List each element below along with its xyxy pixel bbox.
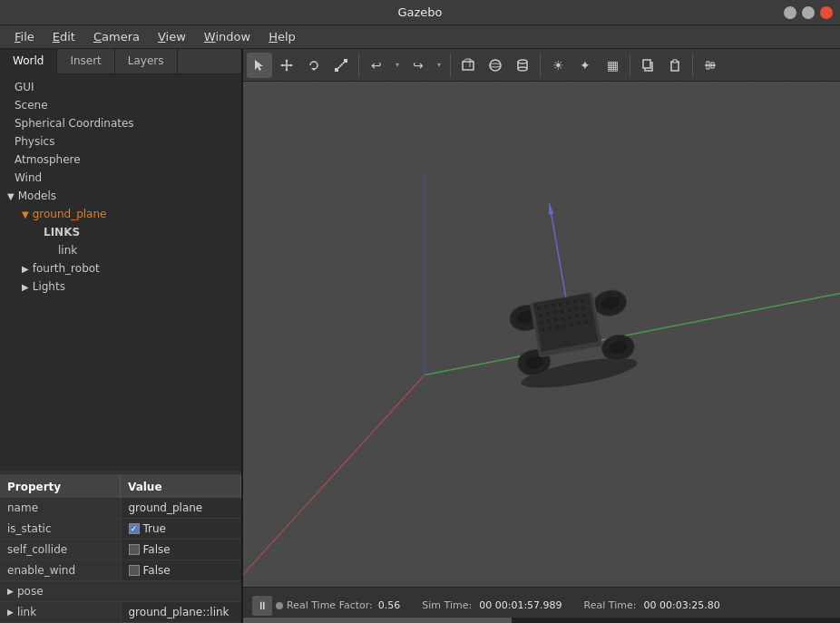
is-static-label: True — [143, 522, 167, 535]
tree-group-ground-plane[interactable]: ▼ ground_plane — [0, 205, 241, 223]
sim-time-label: Sim Time: — [422, 599, 472, 611]
svg-rect-10 — [463, 62, 474, 70]
properties-panel: Property Value name ground_plane is_stat… — [0, 474, 241, 623]
models-arrow-icon: ▼ — [7, 191, 15, 201]
prop-val-self-collide: False — [122, 540, 242, 560]
svg-rect-49 — [580, 298, 584, 303]
value-col-header: Value — [121, 476, 241, 498]
tree-item-scene[interactable]: Scene — [0, 96, 241, 114]
box-button[interactable] — [455, 53, 481, 78]
menu-help[interactable]: Help — [261, 28, 303, 45]
select-tool-button[interactable] — [247, 53, 272, 78]
toolbar-sep-3 — [540, 54, 541, 76]
link-expand-icon: ▶ — [7, 608, 14, 617]
align-button[interactable] — [698, 53, 723, 78]
redo-dropdown-button[interactable]: ▾ — [433, 53, 445, 78]
tab-world[interactable]: World — [0, 49, 57, 74]
prop-val-enable-wind: False — [122, 560, 242, 580]
realtime-factor-value: 0.56 — [378, 599, 401, 611]
point-light-button[interactable]: ✦ — [572, 53, 598, 78]
tree-item-wind[interactable]: Wind — [0, 169, 241, 187]
undo-dropdown-button[interactable]: ▾ — [391, 53, 404, 78]
svg-rect-24 — [673, 60, 677, 63]
svg-rect-44 — [544, 305, 549, 309]
prop-key-self-collide: self_collide — [0, 540, 122, 560]
svg-rect-62 — [575, 314, 580, 318]
toolbar-sep-2 — [450, 54, 451, 76]
svg-marker-3 — [286, 69, 288, 72]
tab-insert[interactable]: Insert — [57, 49, 114, 73]
tree-link-item[interactable]: link — [0, 241, 241, 259]
property-col-header: Property — [0, 476, 121, 498]
enable-wind-checkbox[interactable] — [129, 565, 140, 576]
link-key-label: link — [17, 606, 36, 618]
menu-view[interactable]: View — [151, 28, 193, 45]
svg-rect-69 — [577, 321, 581, 326]
is-static-checkbox[interactable]: ✓ — [129, 523, 140, 534]
self-collide-checkbox[interactable] — [129, 544, 140, 555]
undo-button[interactable]: ↩ — [364, 53, 389, 78]
svg-marker-2 — [286, 59, 288, 62]
close-button[interactable] — [820, 6, 833, 19]
titlebar-controls — [784, 6, 833, 19]
svg-point-16 — [490, 63, 501, 67]
status-indicator — [276, 602, 283, 609]
redo-button[interactable]: ↪ — [405, 53, 431, 78]
3d-scene[interactable] — [243, 82, 840, 587]
pause-button[interactable]: ⏸ — [252, 596, 272, 616]
lights-arrow-icon: ▶ — [22, 282, 29, 292]
tree-group-models[interactable]: ▼ Models — [0, 187, 241, 205]
tree-group-lights[interactable]: ▶ Lights — [0, 277, 241, 296]
rotate-tool-button[interactable] — [301, 53, 327, 78]
svg-rect-8 — [335, 68, 338, 72]
svg-rect-54 — [567, 308, 571, 313]
tree-item-gui[interactable]: GUI — [0, 78, 241, 96]
svg-rect-57 — [540, 320, 544, 325]
viewport: ↩ ▾ ↪ ▾ — [243, 49, 840, 623]
svg-rect-65 — [548, 326, 552, 331]
svg-rect-43 — [537, 307, 542, 311]
fourth-robot-arrow-icon: ▶ — [22, 264, 29, 274]
main-layout: World Insert Layers GUI Scene Spherical … — [0, 49, 840, 623]
progress-bar-track — [243, 618, 840, 623]
toolbar-sep-5 — [692, 54, 693, 76]
prop-val-name: ground_plane — [122, 498, 242, 518]
cylinder-button[interactable] — [510, 53, 535, 78]
maximize-button[interactable] — [802, 6, 815, 19]
copy-button[interactable] — [635, 53, 660, 78]
prop-row-pose[interactable]: ▶ pose — [0, 581, 241, 602]
prop-row-name: name ground_plane — [0, 498, 241, 519]
menu-window[interactable]: Window — [197, 28, 258, 45]
svg-rect-58 — [547, 319, 552, 324]
spot-light-button[interactable]: ▦ — [600, 53, 625, 78]
svg-rect-22 — [643, 60, 650, 68]
paste-button[interactable] — [662, 53, 688, 78]
svg-point-20 — [518, 67, 527, 71]
svg-rect-47 — [566, 301, 571, 306]
minimize-button[interactable] — [784, 6, 796, 19]
tree-models-label: Models — [18, 190, 56, 202]
svg-rect-67 — [562, 324, 567, 328]
svg-point-15 — [490, 60, 501, 71]
tree-item-atmosphere[interactable]: Atmosphere — [0, 151, 241, 169]
sim-time-value: 00 00:01:57.989 — [479, 599, 562, 611]
tree-fourth-robot-label: fourth_robot — [33, 262, 100, 275]
prop-key-link[interactable]: ▶ link — [0, 602, 122, 622]
prop-key-pose: pose — [17, 585, 44, 598]
menu-camera[interactable]: Camera — [86, 28, 147, 45]
menu-file[interactable]: File — [7, 28, 42, 45]
svg-rect-66 — [555, 325, 560, 329]
tabs: World Insert Layers — [0, 49, 241, 74]
pose-expand-icon: ▶ — [7, 587, 14, 596]
tab-layers[interactable]: Layers — [115, 49, 178, 73]
toolbar: ↩ ▾ ↪ ▾ — [243, 49, 840, 82]
tree-item-physics[interactable]: Physics — [0, 132, 241, 151]
translate-tool-button[interactable] — [274, 53, 299, 78]
tree-group-fourth-robot[interactable]: ▶ fourth_robot — [0, 259, 241, 277]
directional-light-button[interactable]: ☀ — [545, 53, 571, 78]
tree-item-spherical[interactable]: Spherical Coordinates — [0, 114, 241, 132]
scale-tool-button[interactable] — [328, 53, 354, 78]
menu-edit[interactable]: Edit — [45, 28, 83, 45]
titlebar: Gazebo — [0, 0, 840, 25]
sphere-button[interactable] — [483, 53, 508, 78]
